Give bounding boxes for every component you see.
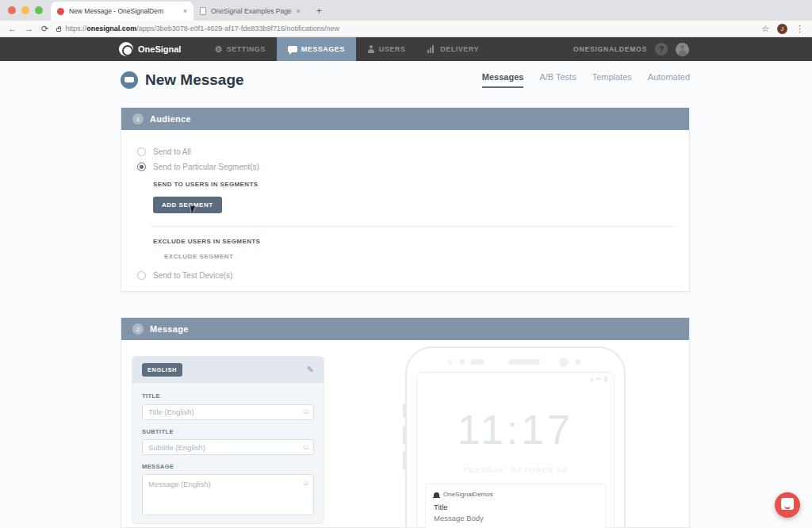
- step-number: 2: [132, 323, 144, 335]
- battery-icon: [604, 377, 607, 382]
- radio-send-to-all[interactable]: Send to All: [137, 147, 673, 156]
- back-icon[interactable]: ←: [8, 24, 17, 33]
- wifi-icon: [596, 376, 602, 382]
- send-to-segments-label: SEND TO USERS IN SEGMENTS: [153, 181, 673, 188]
- url-path: /apps/3beb3078-e0f1-4629-af17-fde833b9f7…: [136, 25, 339, 33]
- gear-icon: ⚙: [214, 45, 222, 54]
- phone-screen: 11:17 TUESDAY, OCTOBER 14 OneSignalDemos…: [416, 372, 615, 528]
- title-field-label: TITLE: [142, 392, 314, 400]
- tab-title: New Message - OneSignalDem: [69, 7, 178, 15]
- emoji-picker-icon[interactable]: ☺: [302, 407, 310, 415]
- message-bubble-icon: [121, 71, 138, 89]
- radio-label: Send to Test Device(s): [153, 271, 232, 280]
- secure-lock-icon: [56, 28, 61, 32]
- user-avatar[interactable]: [676, 43, 689, 56]
- message-textarea[interactable]: [142, 474, 314, 515]
- radio-send-to-segments[interactable]: Send to Particular Segment(s): [137, 163, 673, 171]
- language-header: ENGLISH ✎: [132, 357, 324, 383]
- account-name[interactable]: ONESIGNALDEMOS: [573, 45, 647, 53]
- url-domain: onesignal.com: [86, 25, 136, 33]
- nav-item-settings[interactable]: ⚙ SETTINGS: [203, 37, 276, 61]
- notification-preview: OneSignalDemos Title Message Body: [425, 484, 606, 528]
- section-title: Message: [150, 324, 189, 334]
- onesignal-brand[interactable]: OneSignal: [119, 42, 181, 56]
- radio-send-to-test-devices[interactable]: Send to Test Device(s): [137, 271, 673, 280]
- maximize-window-button[interactable]: [35, 6, 43, 14]
- tab-templates[interactable]: Templates: [592, 72, 632, 88]
- notification-app-name: OneSignalDemos: [443, 491, 493, 498]
- forward-icon[interactable]: →: [25, 24, 33, 33]
- message-section-header: 2 Message: [121, 318, 689, 340]
- signal-icon: [589, 377, 593, 381]
- browser-toolbar: ← → ⟳ https://onesignal.com/apps/3beb307…: [0, 21, 812, 37]
- app-navbar: OneSignal ⚙ SETTINGS MESSAGES USERS DELI…: [0, 37, 812, 61]
- page-header: New Message Messages A/B Tests Templates…: [121, 71, 690, 89]
- nav-label: MESSAGES: [301, 45, 345, 53]
- notification-title: Title: [434, 503, 597, 511]
- radio-button[interactable]: [137, 147, 146, 156]
- page-content: New Message Messages A/B Tests Templates…: [0, 61, 812, 528]
- phone-side-button: [403, 426, 405, 445]
- radio-button[interactable]: [137, 271, 146, 280]
- tab-ab-tests[interactable]: A/B Tests: [539, 72, 576, 88]
- url-scheme: https://: [65, 25, 86, 33]
- bar-chart-icon: [427, 45, 436, 53]
- bookmark-star-icon[interactable]: ☆: [761, 24, 769, 34]
- close-window-button[interactable]: [8, 6, 16, 14]
- emoji-picker-icon[interactable]: ☺: [302, 478, 310, 487]
- exclude-segment-button[interactable]: EXCLUDE SEGMENT: [164, 253, 673, 260]
- phone-side-button: [403, 451, 405, 470]
- new-tab-button[interactable]: +: [307, 2, 331, 21]
- subtitle-input[interactable]: [142, 439, 314, 455]
- notification-body: Message Body: [434, 514, 597, 522]
- nav-item-users[interactable]: USERS: [356, 37, 417, 61]
- language-editor-card: ENGLISH ✎ TITLE ☺ SUBTITLE ☺ MESSAGE: [132, 356, 324, 524]
- page-favicon-icon: [200, 7, 206, 15]
- browser-tab-active[interactable]: New Message - OneSignalDem ×: [51, 2, 193, 21]
- nav-item-messages[interactable]: MESSAGES: [277, 37, 356, 61]
- title-input[interactable]: [142, 404, 314, 420]
- onesignal-logo-icon: [119, 42, 133, 56]
- section-title: Audience: [150, 114, 191, 124]
- add-segment-button[interactable]: ADD SEGMENT: [153, 197, 222, 213]
- phone-side-button: [403, 404, 405, 418]
- phone-status-icons: [589, 377, 607, 382]
- close-tab-icon[interactable]: ×: [297, 7, 301, 15]
- nav-label: USERS: [379, 45, 406, 53]
- bell-icon: [434, 492, 439, 497]
- close-tab-icon[interactable]: ×: [183, 7, 187, 15]
- divider: [150, 226, 676, 227]
- audience-section-header: 1 Audience: [121, 108, 689, 130]
- browser-tab[interactable]: OneSignal Examples Page ×: [193, 2, 307, 21]
- minimize-window-button[interactable]: [21, 6, 29, 14]
- nav-label: DELIVERY: [440, 45, 479, 53]
- onesignal-favicon-icon: [57, 8, 64, 15]
- message-section: 2 Message ENGLISH ✎ TITLE ☺ SUBTITLE: [121, 317, 690, 528]
- message-field-label: MESSAGE: [142, 463, 314, 470]
- lockscreen-date: TUESDAY, OCTOBER 14: [417, 466, 614, 474]
- tab-automated[interactable]: Automated: [648, 72, 690, 88]
- edit-pencil-icon[interactable]: ✎: [307, 365, 314, 375]
- lockscreen-time: 11:17: [417, 406, 614, 453]
- nav-item-delivery[interactable]: DELIVERY: [416, 37, 490, 61]
- support-chat-bubble[interactable]: [775, 492, 800, 518]
- users-icon: [367, 45, 375, 53]
- refresh-icon[interactable]: ⟳: [41, 24, 48, 34]
- tab-messages[interactable]: Messages: [482, 72, 524, 88]
- tab-title: OneSignal Examples Page: [211, 7, 292, 15]
- browser-profile-avatar[interactable]: J: [777, 24, 787, 34]
- browser-menu-icon[interactable]: ⋮: [795, 24, 804, 34]
- address-bar[interactable]: https://onesignal.com/apps/3beb3078-e0f1…: [56, 23, 753, 35]
- brand-name: OneSignal: [138, 44, 181, 54]
- phone-bezel: [407, 358, 624, 365]
- phone-preview: 11:17 TUESDAY, OCTOBER 14 OneSignalDemos…: [405, 346, 626, 528]
- audience-section: 1 Audience Send to All Send to Particula…: [121, 107, 690, 292]
- emoji-picker-icon[interactable]: ☺: [302, 442, 310, 451]
- exclude-segments-label: EXCLUDE USERS IN SEGMENTS: [153, 238, 673, 245]
- radio-label: Send to All: [153, 147, 191, 156]
- browser-tab-strip: New Message - OneSignalDem × OneSignal E…: [0, 0, 812, 21]
- help-icon[interactable]: ?: [655, 43, 668, 55]
- chat-bubble-icon: [288, 46, 297, 52]
- radio-button[interactable]: [137, 163, 146, 171]
- language-badge: ENGLISH: [142, 363, 182, 377]
